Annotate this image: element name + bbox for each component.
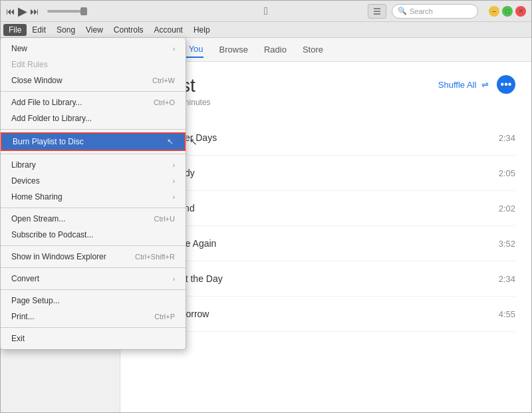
song-duration: 2:02: [499, 204, 515, 213]
shuffle-icon: ⇌: [481, 80, 489, 90]
submenu-arrow: ›: [173, 178, 175, 185]
song-row[interactable]: ♪ Tomorrow 4:55: [136, 297, 515, 332]
submenu-arrow: ›: [173, 275, 175, 283]
tab-store[interactable]: Store: [303, 42, 323, 57]
title-bar: ⏮ ▶ ⏭  🔍 Search – □ ✕: [1, 1, 531, 22]
song-duration: 4:55: [499, 309, 515, 319]
menu-help[interactable]: Help: [188, 24, 215, 36]
open-stream-shortcut: Ctrl+U: [154, 215, 175, 223]
menu-file[interactable]: File: [3, 24, 27, 36]
playlist-header: Playlist 6 songs • 18 minutes Shuffle Al…: [136, 75, 515, 107]
search-icon: 🔍: [398, 7, 407, 15]
menu-add-file[interactable]: Add File to Library... Ctrl+O: [1, 94, 186, 110]
menu-open-stream[interactable]: Open Stream... Ctrl+U: [1, 211, 186, 227]
tab-browse[interactable]: Browse: [219, 42, 248, 57]
song-title: Buddy: [168, 168, 491, 178]
forward-button[interactable]: ⏭: [30, 6, 39, 17]
menu-print-label: Print...: [11, 312, 35, 321]
song-list: ♪ Better Days 2:34 ♪ Buddy 2:05: [136, 120, 515, 332]
close-button[interactable]: ✕: [515, 6, 526, 17]
menu-convert-label: Convert: [11, 274, 39, 283]
menu-library[interactable]: Library ›: [1, 157, 186, 173]
maximize-button[interactable]: □: [502, 6, 513, 17]
separator: [1, 245, 186, 246]
menu-controls[interactable]: Controls: [108, 24, 149, 36]
tab-radio[interactable]: Radio: [264, 42, 287, 57]
menu-add-file-label: Add File to Library...: [11, 98, 82, 107]
menu-subscribe-podcast-label: Subscribe to Podcast...: [11, 230, 93, 239]
shuffle-button[interactable]: Shuffle All ⇌: [438, 80, 489, 90]
song-duration: 3:52: [499, 239, 515, 249]
file-menu-dropdown: New › Edit Rules Close Window Ctrl+W Add…: [0, 37, 186, 350]
volume-slider[interactable]: [47, 10, 87, 13]
song-title: Tomorrow: [168, 309, 491, 319]
playback-controls: ⏮ ▶ ⏭: [6, 4, 87, 19]
menu-new[interactable]: New ›: [1, 41, 186, 57]
menu-subscribe-podcast[interactable]: Subscribe to Podcast...: [1, 227, 186, 243]
menu-view[interactable]: View: [80, 24, 108, 36]
shuffle-label: Shuffle All: [438, 80, 477, 90]
menu-account[interactable]: Account: [149, 24, 188, 36]
separator: [1, 327, 186, 328]
menu-song[interactable]: Song: [51, 24, 80, 36]
menu-library-label: Library: [11, 160, 36, 170]
close-window-shortcut: Ctrl+W: [152, 76, 175, 84]
song-duration: 2:05: [499, 168, 515, 178]
song-row[interactable]: ♪ Buddy 2:05: [136, 156, 515, 191]
menu-edit-rules: Edit Rules: [1, 57, 186, 72]
song-duration: 2:34: [499, 133, 515, 143]
menu-devices[interactable]: Devices ›: [1, 173, 186, 189]
menu-edit-rules-label: Edit Rules: [11, 60, 48, 69]
more-button[interactable]: •••: [497, 75, 515, 94]
more-icon: •••: [501, 78, 512, 90]
separator: [1, 267, 186, 268]
dropdown-menu-content: New › Edit Rules Close Window Ctrl+W Add…: [0, 37, 186, 350]
song-title: Start the Day: [168, 273, 491, 284]
menu-page-setup-label: Page Setup...: [11, 296, 60, 305]
menu-open-stream-label: Open Stream...: [11, 214, 65, 223]
list-view-button[interactable]: [368, 4, 386, 19]
minimize-button[interactable]: –: [489, 6, 499, 17]
window-controls: – □ ✕: [489, 6, 526, 17]
apple-logo: : [264, 5, 268, 17]
menu-page-setup[interactable]: Page Setup...: [1, 293, 186, 309]
song-title: Friend: [168, 203, 491, 213]
playlist-actions: Shuffle All ⇌ •••: [438, 75, 515, 94]
menu-show-explorer-label: Show in Windows Explorer: [11, 252, 106, 261]
menu-print[interactable]: Print... Ctrl+P: [1, 309, 186, 325]
play-button[interactable]: ▶: [18, 4, 27, 19]
menu-burn-playlist[interactable]: Burn Playlist to Disc ↖: [1, 132, 186, 151]
submenu-arrow: ›: [173, 45, 175, 53]
menu-close-window-label: Close Window: [11, 76, 63, 85]
menu-edit[interactable]: Edit: [27, 24, 51, 36]
menu-bar: File Edit Song View Controls Account Hel…: [1, 22, 531, 38]
menu-add-folder-label: Add Folder to Library...: [11, 114, 92, 123]
song-duration: 2:34: [499, 274, 515, 284]
menu-exit[interactable]: Exit: [1, 331, 186, 346]
title-bar-right: 🔍 Search – □ ✕: [368, 4, 526, 19]
menu-close-window[interactable]: Close Window Ctrl+W: [1, 72, 186, 88]
menu-show-explorer[interactable]: Show in Windows Explorer Ctrl+Shift+R: [1, 249, 186, 265]
menu-exit-label: Exit: [11, 334, 25, 343]
search-box[interactable]: 🔍 Search: [392, 4, 478, 19]
song-title: Once Again: [168, 238, 491, 249]
menu-new-label: New: [11, 44, 27, 53]
submenu-arrow: ›: [173, 194, 175, 201]
print-shortcut: Ctrl+P: [154, 313, 175, 321]
song-row[interactable]: ♪ Friend 2:02: [136, 191, 515, 226]
menu-home-sharing[interactable]: Home Sharing ›: [1, 189, 186, 205]
search-placeholder: Search: [410, 7, 433, 15]
menu-add-folder[interactable]: Add Folder to Library...: [1, 110, 186, 126]
menu-convert[interactable]: Convert ›: [1, 271, 186, 287]
separator: [1, 289, 186, 290]
song-title: Better Days: [168, 132, 491, 143]
add-file-shortcut: Ctrl+O: [154, 98, 175, 106]
separator: [1, 91, 186, 92]
song-row[interactable]: ♪ Start the Day 2:34: [136, 261, 515, 297]
song-row[interactable]: ♪ Once Again 3:52: [136, 226, 515, 261]
separator: [1, 154, 186, 154]
separator: [1, 129, 186, 130]
rewind-button[interactable]: ⏮: [6, 6, 15, 17]
menu-home-sharing-label: Home Sharing: [11, 192, 63, 202]
submenu-arrow: ›: [173, 162, 175, 169]
